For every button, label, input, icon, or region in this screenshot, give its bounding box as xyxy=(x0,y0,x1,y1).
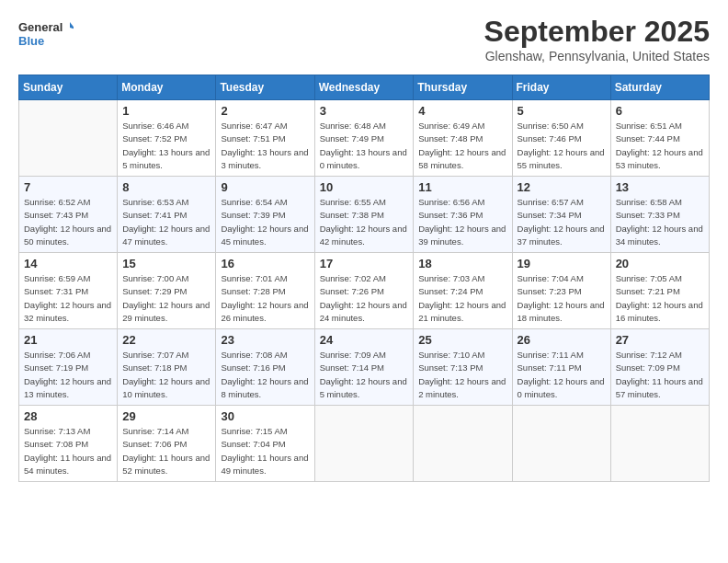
day-number: 19 xyxy=(518,257,606,270)
calendar-day-header: Tuesday xyxy=(216,75,314,100)
calendar-week-row: 7 Sunrise: 6:52 AMSunset: 7:43 PMDayligh… xyxy=(19,177,710,253)
calendar-day-cell: 29 Sunrise: 7:14 AMSunset: 7:06 PMDaylig… xyxy=(118,406,216,482)
calendar-day-cell: 12 Sunrise: 6:57 AMSunset: 7:34 PMDaylig… xyxy=(512,177,610,253)
day-number: 28 xyxy=(24,409,112,423)
calendar-day-cell: 5 Sunrise: 6:50 AMSunset: 7:46 PMDayligh… xyxy=(512,100,610,177)
day-number: 29 xyxy=(122,409,210,423)
calendar-week-row: 28 Sunrise: 7:13 AMSunset: 7:08 PMDaylig… xyxy=(19,406,710,482)
calendar-day-cell: 10 Sunrise: 6:55 AMSunset: 7:38 PMDaylig… xyxy=(314,177,414,253)
calendar-day-cell xyxy=(610,406,709,482)
day-number: 4 xyxy=(418,104,506,118)
day-info: Sunrise: 7:10 AMSunset: 7:13 PMDaylight:… xyxy=(418,349,506,401)
day-info: Sunrise: 7:14 AMSunset: 7:06 PMDaylight:… xyxy=(122,425,210,477)
day-number: 1 xyxy=(122,104,210,118)
day-info: Sunrise: 7:00 AMSunset: 7:29 PMDaylight:… xyxy=(122,272,210,325)
calendar-day-cell: 9 Sunrise: 6:54 AMSunset: 7:39 PMDayligh… xyxy=(216,177,314,253)
svg-text:General: General xyxy=(18,20,63,34)
month-title: September 2025 xyxy=(484,15,710,49)
day-info: Sunrise: 7:03 AMSunset: 7:24 PMDaylight:… xyxy=(418,272,506,325)
day-info: Sunrise: 6:58 AMSunset: 7:33 PMDaylight:… xyxy=(616,196,704,248)
day-info: Sunrise: 6:53 AMSunset: 7:41 PMDaylight:… xyxy=(122,196,210,248)
day-info: Sunrise: 7:08 AMSunset: 7:16 PMDaylight:… xyxy=(221,349,309,401)
title-block: September 2025 Glenshaw, Pennsylvania, U… xyxy=(484,15,710,63)
day-info: Sunrise: 6:48 AMSunset: 7:49 PMDaylight:… xyxy=(320,120,409,172)
day-info: Sunrise: 7:06 AMSunset: 7:19 PMDaylight:… xyxy=(24,349,112,401)
logo: General Blue xyxy=(18,15,74,52)
day-number: 18 xyxy=(418,257,506,270)
calendar-day-header: Saturday xyxy=(610,75,709,100)
calendar-day-cell xyxy=(314,406,414,482)
logo-svg: General Blue xyxy=(18,15,74,52)
day-number: 14 xyxy=(24,257,112,270)
day-number: 6 xyxy=(616,104,704,118)
calendar-week-row: 14 Sunrise: 6:59 AMSunset: 7:31 PMDaylig… xyxy=(19,253,710,329)
day-number: 25 xyxy=(418,333,506,347)
day-info: Sunrise: 7:04 AMSunset: 7:23 PMDaylight:… xyxy=(518,272,606,325)
calendar-day-cell: 21 Sunrise: 7:06 AMSunset: 7:19 PMDaylig… xyxy=(19,329,118,406)
day-info: Sunrise: 6:51 AMSunset: 7:44 PMDaylight:… xyxy=(616,120,704,172)
calendar-day-cell: 23 Sunrise: 7:08 AMSunset: 7:16 PMDaylig… xyxy=(216,329,314,406)
calendar-day-cell: 30 Sunrise: 7:15 AMSunset: 7:04 PMDaylig… xyxy=(216,406,314,482)
day-info: Sunrise: 6:55 AMSunset: 7:38 PMDaylight:… xyxy=(320,196,409,248)
calendar-day-cell: 14 Sunrise: 6:59 AMSunset: 7:31 PMDaylig… xyxy=(19,253,118,329)
day-number: 17 xyxy=(320,257,409,270)
calendar-day-cell: 15 Sunrise: 7:00 AMSunset: 7:29 PMDaylig… xyxy=(118,253,216,329)
day-number: 22 xyxy=(122,333,210,347)
day-info: Sunrise: 7:01 AMSunset: 7:28 PMDaylight:… xyxy=(221,272,309,325)
day-number: 21 xyxy=(24,333,112,347)
calendar-day-cell xyxy=(19,100,118,177)
day-info: Sunrise: 7:02 AMSunset: 7:26 PMDaylight:… xyxy=(320,272,409,325)
calendar-day-header: Sunday xyxy=(19,75,118,100)
page-header: General Blue September 2025 Glenshaw, Pe… xyxy=(18,15,710,63)
day-number: 3 xyxy=(320,104,409,118)
day-info: Sunrise: 7:07 AMSunset: 7:18 PMDaylight:… xyxy=(122,349,210,401)
day-info: Sunrise: 7:09 AMSunset: 7:14 PMDaylight:… xyxy=(320,349,409,401)
day-info: Sunrise: 6:52 AMSunset: 7:43 PMDaylight:… xyxy=(24,196,112,248)
calendar-day-cell: 24 Sunrise: 7:09 AMSunset: 7:14 PMDaylig… xyxy=(314,329,414,406)
day-number: 13 xyxy=(616,180,704,194)
day-number: 26 xyxy=(518,333,606,347)
calendar-week-row: 1 Sunrise: 6:46 AMSunset: 7:52 PMDayligh… xyxy=(19,100,710,177)
day-number: 24 xyxy=(320,333,409,347)
svg-text:Blue: Blue xyxy=(18,34,44,48)
calendar-table: SundayMondayTuesdayWednesdayThursdayFrid… xyxy=(18,75,710,482)
calendar-day-cell: 13 Sunrise: 6:58 AMSunset: 7:33 PMDaylig… xyxy=(610,177,709,253)
day-info: Sunrise: 7:15 AMSunset: 7:04 PMDaylight:… xyxy=(221,425,309,477)
day-number: 2 xyxy=(221,104,309,118)
day-info: Sunrise: 7:05 AMSunset: 7:21 PMDaylight:… xyxy=(616,272,704,325)
day-info: Sunrise: 6:57 AMSunset: 7:34 PMDaylight:… xyxy=(518,196,606,248)
calendar-day-cell: 25 Sunrise: 7:10 AMSunset: 7:13 PMDaylig… xyxy=(414,329,512,406)
calendar-day-cell: 16 Sunrise: 7:01 AMSunset: 7:28 PMDaylig… xyxy=(216,253,314,329)
day-info: Sunrise: 6:54 AMSunset: 7:39 PMDaylight:… xyxy=(221,196,309,248)
day-number: 5 xyxy=(518,104,606,118)
day-info: Sunrise: 7:13 AMSunset: 7:08 PMDaylight:… xyxy=(24,425,112,477)
calendar-day-cell: 26 Sunrise: 7:11 AMSunset: 7:11 PMDaylig… xyxy=(512,329,610,406)
calendar-day-cell xyxy=(512,406,610,482)
day-number: 9 xyxy=(221,180,309,194)
calendar-day-cell: 27 Sunrise: 7:12 AMSunset: 7:09 PMDaylig… xyxy=(610,329,709,406)
calendar-day-cell: 11 Sunrise: 6:56 AMSunset: 7:36 PMDaylig… xyxy=(414,177,512,253)
day-number: 11 xyxy=(418,180,506,194)
day-number: 12 xyxy=(518,180,606,194)
day-number: 15 xyxy=(122,257,210,270)
calendar-day-cell: 3 Sunrise: 6:48 AMSunset: 7:49 PMDayligh… xyxy=(314,100,414,177)
day-info: Sunrise: 6:47 AMSunset: 7:51 PMDaylight:… xyxy=(221,120,309,172)
calendar-header-row: SundayMondayTuesdayWednesdayThursdayFrid… xyxy=(19,75,710,100)
calendar-day-cell: 1 Sunrise: 6:46 AMSunset: 7:52 PMDayligh… xyxy=(118,100,216,177)
day-info: Sunrise: 6:46 AMSunset: 7:52 PMDaylight:… xyxy=(122,120,210,172)
svg-marker-2 xyxy=(70,22,74,29)
calendar-day-cell: 4 Sunrise: 6:49 AMSunset: 7:48 PMDayligh… xyxy=(414,100,512,177)
day-info: Sunrise: 7:12 AMSunset: 7:09 PMDaylight:… xyxy=(616,349,704,401)
day-number: 23 xyxy=(221,333,309,347)
calendar-day-cell: 20 Sunrise: 7:05 AMSunset: 7:21 PMDaylig… xyxy=(610,253,709,329)
day-info: Sunrise: 6:56 AMSunset: 7:36 PMDaylight:… xyxy=(418,196,506,248)
calendar-day-cell: 28 Sunrise: 7:13 AMSunset: 7:08 PMDaylig… xyxy=(19,406,118,482)
day-number: 16 xyxy=(221,257,309,270)
calendar-week-row: 21 Sunrise: 7:06 AMSunset: 7:19 PMDaylig… xyxy=(19,329,710,406)
calendar-day-header: Thursday xyxy=(414,75,512,100)
day-number: 20 xyxy=(616,257,704,270)
calendar-day-cell xyxy=(414,406,512,482)
calendar-day-cell: 2 Sunrise: 6:47 AMSunset: 7:51 PMDayligh… xyxy=(216,100,314,177)
location: Glenshaw, Pennsylvania, United States xyxy=(484,49,710,63)
calendar-day-cell: 19 Sunrise: 7:04 AMSunset: 7:23 PMDaylig… xyxy=(512,253,610,329)
